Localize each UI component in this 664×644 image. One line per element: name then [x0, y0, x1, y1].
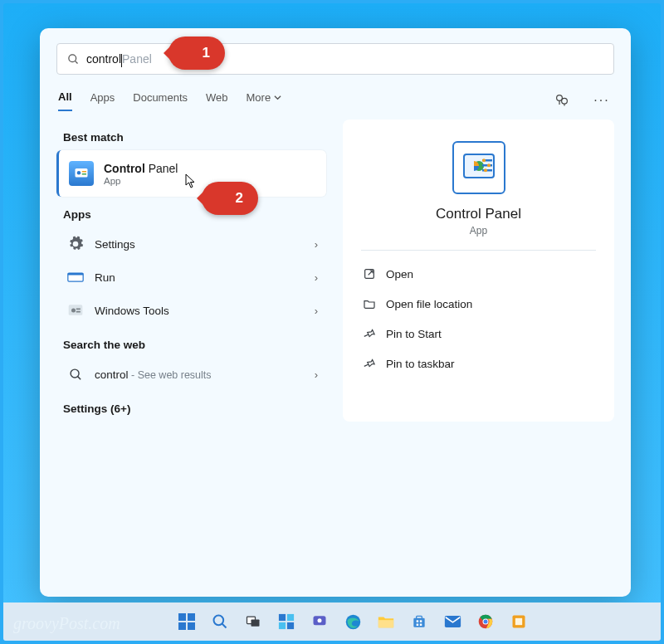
section-best-match: Best match — [63, 131, 326, 144]
start-search-panel: control Panel 1 All Apps Documents Web M… — [40, 28, 631, 597]
open-icon — [363, 267, 376, 281]
web-result[interactable]: control - See web results › — [56, 358, 326, 391]
svg-rect-33 — [287, 614, 294, 621]
filter-tabs: All Apps Documents Web More ··· — [56, 90, 614, 111]
chevron-down-icon — [274, 94, 281, 101]
chevron-right-icon: › — [315, 305, 318, 317]
chrome-button[interactable] — [475, 611, 496, 632]
action-label: Open file location — [386, 298, 472, 310]
results-column: Best match Control Panel App 2 — [56, 120, 326, 422]
best-match-title: Control Panel — [104, 162, 178, 175]
mail-button[interactable] — [442, 611, 463, 632]
search-input-container[interactable]: control Panel — [56, 43, 614, 75]
svg-rect-18 — [482, 164, 492, 167]
rewards-icon-button[interactable] — [551, 90, 573, 111]
svg-rect-24 — [178, 613, 186, 621]
action-label: Pin to taskbar — [386, 358, 455, 370]
svg-rect-19 — [482, 169, 492, 172]
search-typed-text: control — [86, 52, 121, 66]
tab-documents[interactable]: Documents — [133, 91, 188, 110]
widgets-button[interactable] — [276, 611, 297, 632]
tools-icon — [66, 301, 85, 320]
svg-rect-25 — [188, 613, 195, 621]
search-suggestion-text: Panel — [122, 52, 152, 66]
action-pin-to-start[interactable]: Pin to Start — [361, 319, 596, 349]
svg-rect-9 — [68, 273, 83, 276]
svg-line-29 — [222, 624, 227, 628]
list-item-label: control - See web results — [95, 368, 305, 381]
task-view-button[interactable] — [242, 611, 264, 632]
svg-rect-26 — [178, 622, 186, 630]
best-match-subtitle: App — [104, 176, 178, 186]
action-open[interactable]: Open — [361, 259, 596, 289]
chevron-right-icon: › — [315, 368, 318, 381]
svg-rect-12 — [76, 309, 81, 310]
app-result-run[interactable]: Run › — [56, 261, 326, 294]
svg-point-20 — [482, 159, 486, 162]
pinned-app-button[interactable] — [508, 611, 530, 632]
taskbar-search-button[interactable] — [209, 611, 231, 632]
preview-pane: Control Panel App Open Open file locatio… — [343, 120, 614, 422]
section-apps: Apps — [63, 208, 326, 221]
divider — [361, 250, 596, 251]
pin-icon — [363, 327, 376, 340]
action-open-file-location[interactable]: Open file location — [361, 289, 596, 319]
list-item-label: Run — [95, 271, 305, 284]
tab-all[interactable]: All — [58, 90, 72, 111]
tab-more[interactable]: More — [247, 91, 282, 110]
svg-rect-45 — [420, 624, 422, 627]
preview-app-icon — [452, 141, 505, 194]
list-item-label: Windows Tools — [95, 305, 305, 317]
svg-point-49 — [484, 620, 488, 624]
svg-rect-42 — [417, 620, 419, 622]
svg-point-0 — [69, 54, 76, 61]
annotation-number: 2 — [236, 190, 243, 207]
app-result-windows-tools[interactable]: Windows Tools › — [56, 294, 326, 327]
preview-subtitle: App — [470, 225, 487, 237]
svg-line-15 — [77, 376, 81, 379]
edge-button[interactable] — [342, 611, 364, 632]
svg-rect-39 — [378, 620, 393, 627]
search-icon — [67, 53, 80, 66]
action-pin-to-taskbar[interactable]: Pin to taskbar — [361, 349, 596, 378]
svg-point-5 — [77, 171, 81, 175]
annotation-number: 1 — [203, 45, 210, 61]
action-label: Pin to Start — [386, 328, 442, 340]
start-button[interactable] — [176, 611, 198, 632]
action-label: Open — [386, 268, 413, 281]
svg-rect-35 — [287, 622, 294, 629]
svg-point-37 — [318, 618, 322, 622]
svg-rect-6 — [82, 171, 86, 173]
svg-rect-41 — [417, 616, 422, 618]
app-result-settings[interactable]: Settings › — [56, 227, 326, 261]
pin-icon — [363, 357, 376, 370]
gear-icon — [66, 235, 85, 253]
section-settings: Settings (6+) — [63, 402, 326, 415]
list-item-label: Settings — [95, 238, 305, 251]
section-search-web: Search the web — [63, 339, 326, 351]
tab-web[interactable]: Web — [206, 91, 228, 110]
search-icon — [66, 365, 85, 383]
control-panel-icon — [69, 161, 94, 186]
svg-point-3 — [562, 98, 568, 104]
watermark: groovyPost.com — [13, 614, 120, 633]
svg-point-11 — [71, 309, 76, 313]
chat-button[interactable] — [309, 611, 330, 632]
svg-rect-43 — [420, 620, 422, 622]
annotation-callout-2: 2 — [202, 182, 258, 215]
svg-rect-27 — [188, 622, 195, 630]
annotation-callout-1: 1 — [168, 37, 225, 70]
chevron-right-icon: › — [315, 238, 318, 251]
svg-rect-34 — [279, 622, 286, 629]
more-options-button[interactable]: ··· — [591, 90, 613, 111]
svg-line-1 — [75, 61, 77, 63]
svg-point-14 — [71, 369, 79, 378]
folder-icon — [363, 297, 376, 310]
svg-rect-10 — [69, 305, 83, 315]
ms-store-button[interactable] — [408, 611, 430, 632]
tab-more-label: More — [247, 91, 271, 104]
svg-rect-13 — [76, 311, 81, 313]
svg-point-21 — [487, 163, 491, 167]
file-explorer-button[interactable] — [375, 611, 397, 632]
tab-apps[interactable]: Apps — [90, 91, 115, 110]
